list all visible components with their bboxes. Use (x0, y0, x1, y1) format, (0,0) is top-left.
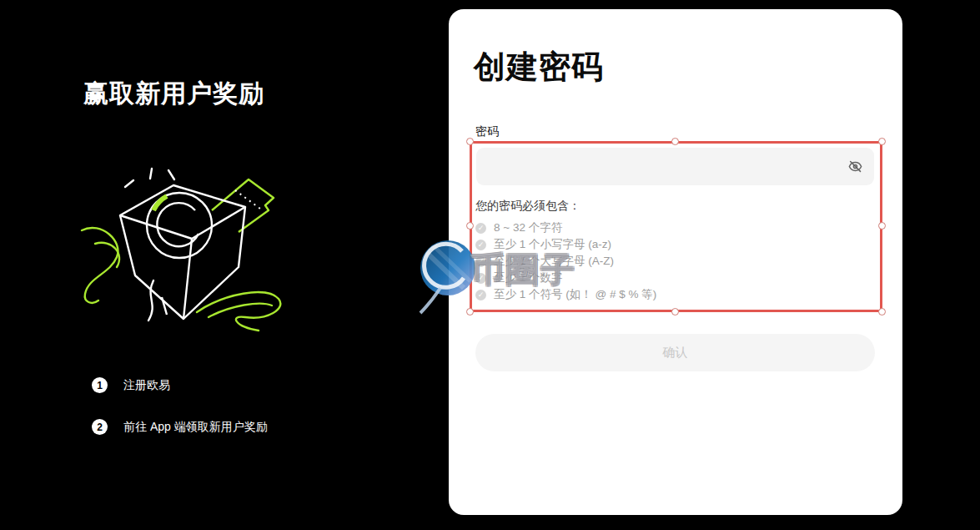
requirement-label: 8 ~ 32 个字符 (494, 220, 562, 235)
password-input-wrap (476, 148, 874, 185)
eye-off-icon (847, 159, 863, 174)
password-requirements-title: 您的密码必须包含： (475, 199, 580, 214)
requirement-label: 至少 1 个数字 (494, 270, 563, 285)
left-panel-title: 赢取新用户奖励 (83, 77, 264, 111)
requirement-item: ✓ 至少 1 个数字 (475, 270, 656, 286)
confirm-button[interactable]: 确认 (475, 334, 875, 371)
step-label: 前往 App 端领取新用户奖励 (123, 420, 268, 435)
signup-page: 赢取新用户奖励 (0, 0, 980, 530)
step-register: 1 注册欧易 (92, 377, 268, 393)
step-number-badge: 2 (92, 419, 108, 435)
requirement-label: 至少 1 个大写字母 (A-Z) (494, 254, 614, 269)
resize-handle-top-right[interactable] (878, 138, 886, 145)
requirement-label: 至少 1 个符号 (如！ @ # $ % 等) (494, 287, 656, 302)
check-circle-icon: ✓ (475, 273, 486, 284)
resize-handle-middle-left[interactable] (466, 222, 474, 230)
coin (147, 193, 212, 258)
step-number-badge: 1 (92, 377, 108, 393)
requirement-item: ✓ 8 ~ 32 个字符 (475, 220, 656, 236)
gift-box-illustration (73, 132, 294, 336)
check-circle-icon: ✓ (475, 256, 486, 267)
resize-handle-bottom-left[interactable] (466, 308, 474, 315)
page-title: 创建密码 (474, 46, 604, 88)
password-field-label: 密码 (475, 124, 499, 139)
create-password-card: 创建密码 密码 您的密码必须包含： ✓ 8 ~ 32 个字符 ✓ 至少 1 个小… (449, 9, 902, 515)
requirement-item: ✓ 至少 1 个小写字母 (a-z) (475, 236, 656, 253)
box (120, 185, 245, 319)
resize-handle-top-middle[interactable] (671, 138, 679, 145)
check-circle-icon: ✓ (475, 290, 486, 300)
resize-handle-bottom-right[interactable] (878, 308, 886, 315)
requirement-label: 至少 1 个小写字母 (a-z) (494, 237, 611, 252)
step-claim-reward: 2 前往 App 端领取新用户奖励 (92, 419, 268, 435)
steps-list: 1 注册欧易 2 前往 App 端领取新用户奖励 (92, 377, 268, 461)
step-label: 注册欧易 (123, 378, 170, 393)
toggle-password-visibility-button[interactable] (847, 159, 863, 174)
ribbons (82, 228, 280, 331)
check-circle-icon: ✓ (475, 240, 486, 250)
password-requirements-list: ✓ 8 ~ 32 个字符 ✓ 至少 1 个小写字母 (a-z) ✓ 至少 1 个… (475, 220, 656, 303)
requirement-item: ✓ 至少 1 个符号 (如！ @ # $ % 等) (475, 286, 656, 303)
password-input[interactable] (488, 148, 847, 185)
check-circle-icon: ✓ (475, 223, 486, 234)
burst-lines (125, 169, 174, 187)
white-ribbon (148, 280, 153, 321)
resize-handle-top-left[interactable] (466, 138, 474, 145)
requirement-item: ✓ 至少 1 个大写字母 (A-Z) (475, 253, 656, 270)
resize-handle-middle-right[interactable] (878, 222, 886, 230)
resize-handle-bottom-middle[interactable] (671, 308, 679, 315)
